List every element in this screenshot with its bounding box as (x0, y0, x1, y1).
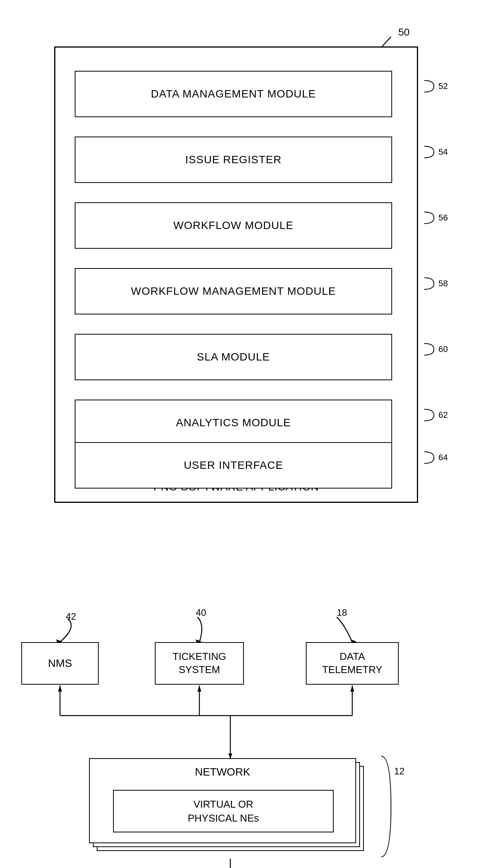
nms-box: NMS (21, 642, 99, 685)
module-workflow-label: WORKFLOW MODULE (173, 219, 294, 232)
vp-nes-box: VIRTUAL OR PHYSICAL NEs (113, 790, 334, 832)
outer-box: PNO SOFTWARE APPLICATION DATA MANAGEMENT… (54, 46, 418, 503)
bracket-52-svg (422, 79, 438, 94)
module-data-management: DATA MANAGEMENT MODULE (75, 71, 392, 117)
diagram-container: 50 PNO SOFTWARE APPLICATION DATA MANAGEM… (0, 0, 480, 868)
ref-56: 56 (439, 213, 448, 223)
telemetry-label: DATA TELEMETRY (322, 650, 382, 677)
ref-64: 64 (439, 453, 448, 463)
module-analytics: ANALYTICS MODULE (75, 400, 392, 446)
network-stack: NETWORK VIRTUAL OR PHYSICAL NEs (89, 758, 372, 859)
network-outer: NETWORK VIRTUAL OR PHYSICAL NEs (89, 758, 372, 859)
bracket-58-svg (422, 276, 438, 291)
vp-nes-label: VIRTUAL OR PHYSICAL NEs (188, 797, 259, 825)
module-sla: SLA MODULE (75, 334, 392, 380)
module-issue-register: ISSUE REGISTER (75, 137, 392, 183)
bracket-64-svg (422, 450, 438, 465)
top-diagram: 50 PNO SOFTWARE APPLICATION DATA MANAGEM… (0, 15, 480, 588)
ref-12-label: 12 (394, 766, 405, 777)
module-user-interface: USER INTERFACE (75, 442, 392, 489)
ref-60: 60 (439, 344, 448, 354)
network-label: NETWORK (90, 766, 355, 778)
ref-62: 62 (439, 410, 448, 420)
module-user-interface-label: USER INTERFACE (184, 459, 283, 472)
ref-18-label: 18 (337, 607, 347, 618)
module-workflow-mgmt-label: WORKFLOW MANAGEMENT MODULE (131, 285, 336, 297)
nms-label: NMS (48, 657, 72, 670)
module-sla-label: SLA MODULE (197, 351, 270, 363)
ref-54: 54 (439, 147, 448, 157)
ref-42-label: 42 (66, 611, 76, 622)
module-workflow-mgmt: WORKFLOW MANAGEMENT MODULE (75, 268, 392, 314)
bracket-62-svg (422, 407, 438, 423)
ref-50-label: 50 (398, 26, 410, 38)
network-main-box: NETWORK VIRTUAL OR PHYSICAL NEs (89, 758, 356, 843)
bracket-54-svg (422, 144, 438, 160)
ticketing-box: TICKETING SYSTEM (155, 642, 244, 685)
bracket-56-svg (422, 210, 438, 226)
svg-marker-12 (350, 685, 354, 692)
module-analytics-label: ANALYTICS MODULE (176, 417, 291, 429)
telemetry-box: DATA TELEMETRY (306, 642, 399, 685)
ticketing-label: TICKETING SYSTEM (173, 650, 226, 677)
module-data-management-label: DATA MANAGEMENT MODULE (151, 88, 316, 100)
svg-marker-11 (197, 685, 201, 692)
ref-58: 58 (439, 279, 448, 289)
svg-marker-10 (58, 685, 62, 692)
ref-52: 52 (439, 81, 448, 91)
bracket-60-svg (422, 342, 438, 357)
module-issue-register-label: ISSUE REGISTER (185, 154, 282, 166)
ref-40-label: 40 (196, 607, 206, 618)
bottom-diagram: 42 40 18 NMS TICKETING SYSTEM DATA TELEM… (0, 596, 480, 868)
module-workflow: WORKFLOW MODULE (75, 202, 392, 249)
